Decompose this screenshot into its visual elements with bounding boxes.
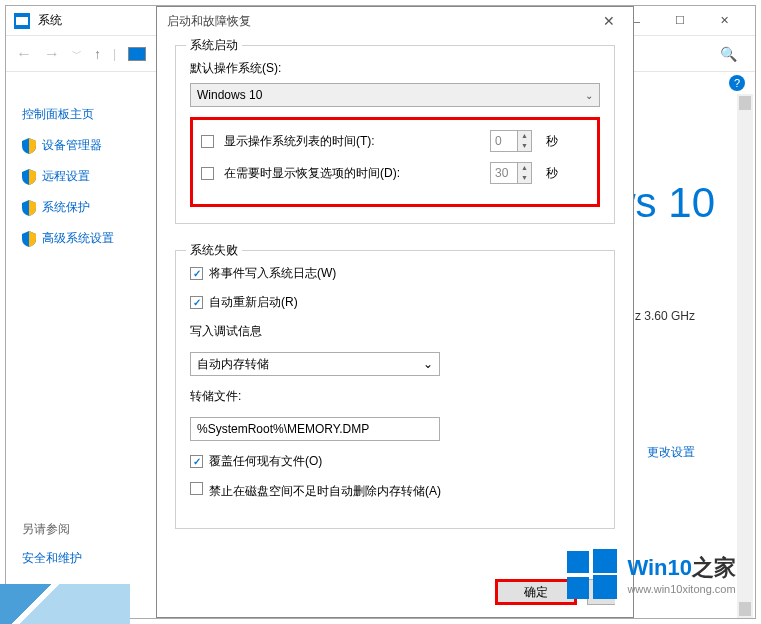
sidebar-item-device-manager[interactable]: 设备管理器 <box>22 137 140 154</box>
cpu-info: z 3.60 GHz <box>635 309 695 323</box>
spinner-value: 30 <box>491 166 517 180</box>
see-also-title: 另请参阅 <box>22 521 140 538</box>
sidebar-item-label: 高级系统设置 <box>42 230 114 247</box>
select-value: 自动内存转储 <box>197 356 269 373</box>
chevron-down-icon: ⌄ <box>585 90 593 101</box>
change-settings-link[interactable]: 更改设置 <box>647 444 695 461</box>
svg-rect-3 <box>593 575 617 599</box>
auto-restart-label: 自动重新启动(R) <box>209 295 298 309</box>
forward-icon[interactable]: → <box>44 45 60 63</box>
sidebar-item-label: 远程设置 <box>42 168 90 185</box>
system-icon <box>14 13 30 29</box>
seconds-unit: 秒 <box>546 165 558 182</box>
spin-up-icon[interactable]: ▲ <box>518 131 531 141</box>
dialog-close-button[interactable]: ✕ <box>595 11 623 31</box>
no-disk-label: 禁止在磁盘空间不足时自动删除内存转储(A) <box>209 484 441 498</box>
select-value: Windows 10 <box>197 88 262 102</box>
debug-info-label: 写入调试信息 <box>190 324 262 338</box>
write-log-checkbox[interactable] <box>190 267 203 280</box>
search-icon[interactable]: 🔍 <box>720 46 737 62</box>
os-list-checkbox[interactable] <box>201 135 214 148</box>
up-icon[interactable]: ↑ <box>94 46 101 62</box>
see-also-link[interactable]: 安全和维护 <box>22 550 140 567</box>
svg-rect-2 <box>567 577 589 599</box>
default-os-select[interactable]: Windows 10 ⌄ <box>190 83 600 107</box>
svg-rect-0 <box>567 551 589 573</box>
os-list-spinner[interactable]: 0 ▲▼ <box>490 130 532 152</box>
spin-down-icon[interactable]: ▼ <box>518 141 531 151</box>
history-icon[interactable]: ﹀ <box>72 47 82 61</box>
startup-recovery-dialog: 启动和故障恢复 ✕ 系统启动 默认操作系统(S): Windows 10 ⌄ 显… <box>156 6 634 618</box>
chevron-down-icon: ⌄ <box>423 357 433 371</box>
no-disk-checkbox[interactable] <box>190 482 203 495</box>
auto-restart-checkbox[interactable] <box>190 296 203 309</box>
dialog-title: 启动和故障恢复 <box>167 13 251 30</box>
os-list-time-row: 显示操作系统列表的时间(T): 0 ▲▼ 秒 <box>201 130 589 152</box>
address-icon <box>128 47 146 61</box>
highlighted-area: 显示操作系统列表的时间(T): 0 ▲▼ 秒 在需要时显示恢复选项的时间(D):… <box>190 117 600 207</box>
sidebar-item-remote[interactable]: 远程设置 <box>22 168 140 185</box>
watermark-url: www.win10xitong.com <box>627 583 736 595</box>
shield-icon <box>22 169 36 185</box>
watermark-text: Win10之家 www.win10xitong.com <box>627 553 736 595</box>
corner-decoration <box>0 584 130 624</box>
write-log-label: 将事件写入系统日志(W) <box>209 266 336 280</box>
watermark: Win10之家 www.win10xitong.com <box>567 549 736 599</box>
dialog-titlebar: 启动和故障恢复 ✕ <box>157 7 633 35</box>
spin-up-icon[interactable]: ▲ <box>518 163 531 173</box>
default-os-label: 默认操作系统(S): <box>190 60 600 77</box>
recovery-spinner[interactable]: 30 ▲▼ <box>490 162 532 184</box>
dump-file-input[interactable] <box>190 417 440 441</box>
sidebar: 控制面板主页 设备管理器 远程设置 系统保护 高级系统设置 另请参阅 安全和维护 <box>6 94 156 618</box>
sidebar-item-protection[interactable]: 系统保护 <box>22 199 140 216</box>
ok-button[interactable]: 确定 <box>495 579 577 605</box>
sidebar-item-label: 设备管理器 <box>42 137 102 154</box>
scrollbar[interactable] <box>737 94 753 618</box>
dialog-body: 系统启动 默认操作系统(S): Windows 10 ⌄ 显示操作系统列表的时间… <box>157 35 633 565</box>
shield-icon <box>22 200 36 216</box>
system-failure-group: 系统失败 将事件写入系统日志(W) 自动重新启动(R) 写入调试信息 自动内存转… <box>175 250 615 529</box>
sidebar-item-advanced[interactable]: 高级系统设置 <box>22 230 140 247</box>
shield-icon <box>22 231 36 247</box>
overwrite-checkbox[interactable] <box>190 455 203 468</box>
seconds-unit: 秒 <box>546 133 558 150</box>
os-list-label: 显示操作系统列表的时间(T): <box>224 133 486 150</box>
shield-icon <box>22 138 36 154</box>
svg-rect-1 <box>593 549 617 573</box>
help-icon[interactable]: ? <box>729 75 745 91</box>
recovery-time-row: 在需要时显示恢复选项的时间(D): 30 ▲▼ 秒 <box>201 162 589 184</box>
recovery-label: 在需要时显示恢复选项的时间(D): <box>224 165 486 182</box>
window-title: 系统 <box>38 12 62 29</box>
debug-select[interactable]: 自动内存转储 ⌄ <box>190 352 440 376</box>
group-title: 系统失败 <box>186 242 242 259</box>
windows-logo-icon <box>567 549 617 599</box>
brand-part2: 之家 <box>692 555 736 580</box>
spin-down-icon[interactable]: ▼ <box>518 173 531 183</box>
back-icon[interactable]: ← <box>16 45 32 63</box>
group-title: 系统启动 <box>186 37 242 54</box>
sidebar-title[interactable]: 控制面板主页 <box>22 106 140 123</box>
spinner-value: 0 <box>491 134 517 148</box>
brand-part1: Win10 <box>627 555 692 580</box>
overwrite-label: 覆盖任何现有文件(O) <box>209 454 322 468</box>
sidebar-item-label: 系统保护 <box>42 199 90 216</box>
dump-file-label: 转储文件: <box>190 389 241 403</box>
maximize-button[interactable]: ☐ <box>657 7 702 35</box>
dialog-buttons: 确定 取 <box>157 579 633 605</box>
recovery-checkbox[interactable] <box>201 167 214 180</box>
close-button[interactable]: ✕ <box>702 7 747 35</box>
system-startup-group: 系统启动 默认操作系统(S): Windows 10 ⌄ 显示操作系统列表的时间… <box>175 45 615 224</box>
